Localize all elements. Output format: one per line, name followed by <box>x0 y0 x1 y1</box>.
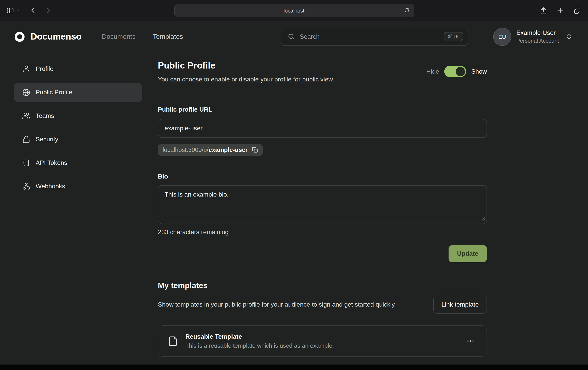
template-card: Reusable Template This is a reusable tem… <box>158 325 487 357</box>
app-body: Profile Public Profile Teams Security <box>0 52 588 365</box>
browser-window-controls <box>540 0 581 21</box>
nav-templates[interactable]: Templates <box>153 33 183 41</box>
visibility-control: Hide Show <box>426 66 487 77</box>
browser-nav-controls <box>0 6 52 14</box>
avatar: EU <box>493 28 511 46</box>
template-name: Reusable Template <box>185 333 457 340</box>
sidebar-item-label: API Tokens <box>36 159 67 166</box>
chevrons-up-down-icon <box>566 33 572 40</box>
template-description: This is a reusable template which is use… <box>185 342 457 349</box>
sidebar-item-label: Teams <box>36 112 54 119</box>
sidebar-item-security[interactable]: Security <box>14 130 142 149</box>
app-header: Documenso Documents Templates ⌘+K EU Exa… <box>0 21 588 52</box>
resize-handle-icon[interactable] <box>481 215 486 222</box>
profile-url-preview-text: localhost:3000/p/example-user <box>163 146 248 154</box>
sidebar-item-profile[interactable]: Profile <box>14 60 142 78</box>
sidebar-item-api-tokens[interactable]: API Tokens <box>14 154 142 172</box>
show-label: Show <box>471 68 487 75</box>
update-button[interactable]: Update <box>449 245 487 262</box>
share-icon[interactable] <box>540 7 547 14</box>
browser-window: localhost Documenso Documents <box>0 0 588 370</box>
url-prefix: localhost:3000/p/ <box>163 146 208 153</box>
search-bar[interactable]: ⌘+K <box>281 28 468 46</box>
bio-textarea[interactable] <box>158 185 487 224</box>
account-name: Example User <box>516 29 559 37</box>
search-shortcut-badge: ⌘+K <box>444 32 463 41</box>
link-template-button[interactable]: Link template <box>433 296 487 314</box>
nav-documents[interactable]: Documents <box>102 33 136 41</box>
brand-name: Documenso <box>31 31 82 42</box>
title-block: Public Profile You can choose to enable … <box>158 60 334 83</box>
template-menu-button[interactable] <box>464 334 477 348</box>
sidebar-item-label: Security <box>36 136 58 143</box>
sidebar-toggle-icon[interactable] <box>6 6 14 14</box>
webhook-icon <box>22 183 30 190</box>
profile-url-preview[interactable]: localhost:3000/p/example-user <box>158 144 263 156</box>
browser-toolbar: localhost <box>0 0 588 21</box>
window-bottom-edge <box>0 365 588 370</box>
profile-url-input[interactable] <box>158 119 487 138</box>
sidebar-item-label: Webhooks <box>36 183 65 190</box>
settings-sidebar: Profile Public Profile Teams Security <box>14 60 142 196</box>
section-divider <box>158 92 487 92</box>
braces-icon <box>22 159 30 167</box>
sidebar-item-label: Public Profile <box>36 89 72 96</box>
copy-icon[interactable] <box>252 147 258 153</box>
lock-icon <box>22 135 30 143</box>
account-menu[interactable]: EU Example User Personal Account <box>493 28 572 46</box>
search-icon <box>288 33 295 40</box>
characters-remaining: 233 characters remaining <box>158 229 487 236</box>
hide-label: Hide <box>426 68 439 75</box>
file-icon <box>168 336 178 346</box>
new-tab-icon[interactable] <box>557 7 564 14</box>
page-subtitle: You can choose to enable or disable your… <box>158 76 334 83</box>
url-slug: example-user <box>208 146 248 153</box>
search-input[interactable] <box>300 33 439 40</box>
forward-icon[interactable] <box>45 7 52 14</box>
my-templates-header: Show templates in your public profile fo… <box>158 296 487 314</box>
address-bar[interactable]: localhost <box>174 4 414 17</box>
sidebar-item-teams[interactable]: Teams <box>14 106 142 125</box>
account-type: Personal Account <box>516 37 559 44</box>
my-templates-title: My templates <box>158 281 487 290</box>
sidebar-item-label: Profile <box>36 65 53 72</box>
bio-label: Bio <box>158 173 487 180</box>
reload-icon[interactable] <box>404 7 410 13</box>
toggle-knob <box>456 67 465 76</box>
profile-visibility-toggle[interactable] <box>444 66 466 77</box>
top-nav: Documents Templates <box>102 33 183 41</box>
chevron-down-icon[interactable] <box>16 8 21 12</box>
documenso-logo-icon <box>13 30 26 43</box>
title-row: Public Profile You can choose to enable … <box>158 60 487 83</box>
users-icon <box>22 112 30 120</box>
back-icon[interactable] <box>29 7 37 14</box>
my-templates-description: Show templates in your public profile fo… <box>158 299 395 310</box>
profile-url-label: Public profile URL <box>158 106 487 113</box>
public-profile-settings: Public Profile You can choose to enable … <box>158 60 487 365</box>
template-info: Reusable Template This is a reusable tem… <box>185 333 457 349</box>
update-row: Update <box>158 245 487 262</box>
sidebar-item-webhooks[interactable]: Webhooks <box>14 177 142 196</box>
ellipsis-icon <box>466 337 475 345</box>
tab-overview-icon[interactable] <box>574 7 581 14</box>
globe-icon <box>22 89 30 96</box>
sidebar-item-public-profile[interactable]: Public Profile <box>14 83 142 102</box>
bio-textarea-wrap <box>158 185 487 224</box>
user-icon <box>22 65 30 73</box>
brand[interactable]: Documenso <box>13 30 82 43</box>
address-url: localhost <box>284 8 304 13</box>
account-text: Example User Personal Account <box>516 29 559 44</box>
page-title: Public Profile <box>158 60 334 71</box>
